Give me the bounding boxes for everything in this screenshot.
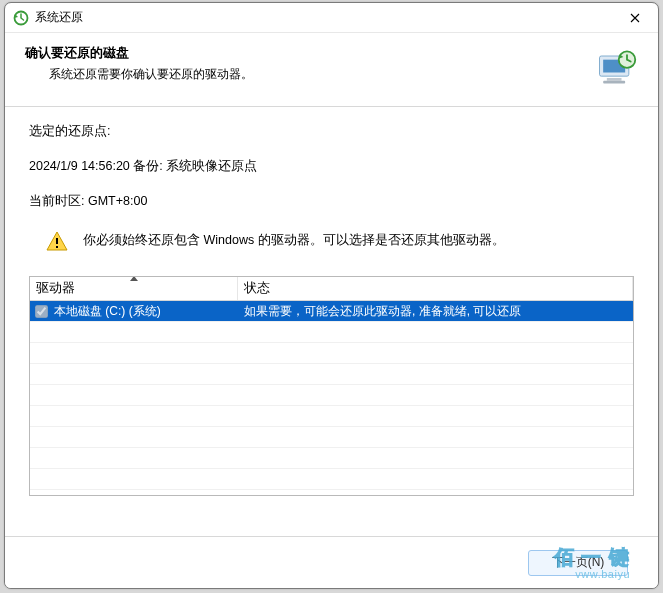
table-row-empty: [30, 322, 633, 343]
selected-restore-point-label: 选定的还原点:: [29, 123, 634, 140]
page-subtitle: 系统还原需要你确认要还原的驱动器。: [25, 66, 586, 83]
content-area: 选定的还原点: 2024/1/9 14:56:20 备份: 系统映像还原点 当前…: [5, 107, 658, 496]
column-header-status-label: 状态: [244, 280, 270, 297]
next-button-label: 下一页(N): [552, 554, 605, 571]
window-title: 系统还原: [35, 9, 612, 26]
row-checkbox-cell: [30, 305, 52, 318]
page-title: 确认要还原的磁盘: [25, 45, 586, 62]
svg-rect-6: [56, 238, 58, 244]
grid-header: 驱动器 状态: [30, 277, 633, 301]
close-button[interactable]: [612, 3, 658, 33]
column-header-drive-label: 驱动器: [36, 280, 75, 297]
table-row-empty: [30, 427, 633, 448]
app-icon: [13, 10, 29, 26]
table-row-empty: [30, 364, 633, 385]
titlebar: 系统还原: [5, 3, 658, 33]
drive-grid[interactable]: 驱动器 状态 本地磁盘 (C:) (系统) 如果需要，可能会还原此驱动器, 准备…: [29, 276, 634, 496]
warning-text: 你必须始终还原包含 Windows 的驱动器。可以选择是否还原其他驱动器。: [83, 230, 505, 249]
footer: 下一页(N): [5, 536, 658, 588]
restore-hero-icon: [594, 45, 638, 89]
header: 确认要还原的磁盘 系统还原需要你确认要还原的驱动器。: [5, 33, 658, 107]
warning-icon: [45, 230, 69, 254]
timezone-line: 当前时区: GMT+8:00: [29, 193, 634, 210]
warning-row: 你必须始终还原包含 Windows 的驱动器。可以选择是否还原其他驱动器。: [29, 230, 634, 254]
grid-body: 本地磁盘 (C:) (系统) 如果需要，可能会还原此驱动器, 准备就绪, 可以还…: [30, 301, 633, 490]
table-row-empty: [30, 448, 633, 469]
svg-rect-4: [603, 81, 625, 84]
sort-asc-icon: [130, 276, 138, 281]
row-checkbox[interactable]: [35, 305, 48, 318]
table-row-empty: [30, 406, 633, 427]
table-row-empty: [30, 469, 633, 490]
next-button[interactable]: 下一页(N): [528, 550, 628, 576]
selected-restore-point-value: 2024/1/9 14:56:20 备份: 系统映像还原点: [29, 158, 634, 175]
column-header-status[interactable]: 状态: [238, 277, 633, 300]
row-status: 如果需要，可能会还原此驱动器, 准备就绪, 可以还原: [238, 303, 633, 320]
svg-rect-3: [607, 78, 622, 81]
table-row-empty: [30, 343, 633, 364]
system-restore-window: 系统还原 确认要还原的磁盘 系统还原需要你确认要还原的驱动器。 选定的还原点: …: [4, 2, 659, 589]
table-row[interactable]: 本地磁盘 (C:) (系统) 如果需要，可能会还原此驱动器, 准备就绪, 可以还…: [30, 301, 633, 322]
svg-rect-7: [56, 246, 58, 248]
column-header-drive[interactable]: 驱动器: [30, 277, 238, 300]
table-row-empty: [30, 385, 633, 406]
row-drive: 本地磁盘 (C:) (系统): [52, 303, 238, 320]
